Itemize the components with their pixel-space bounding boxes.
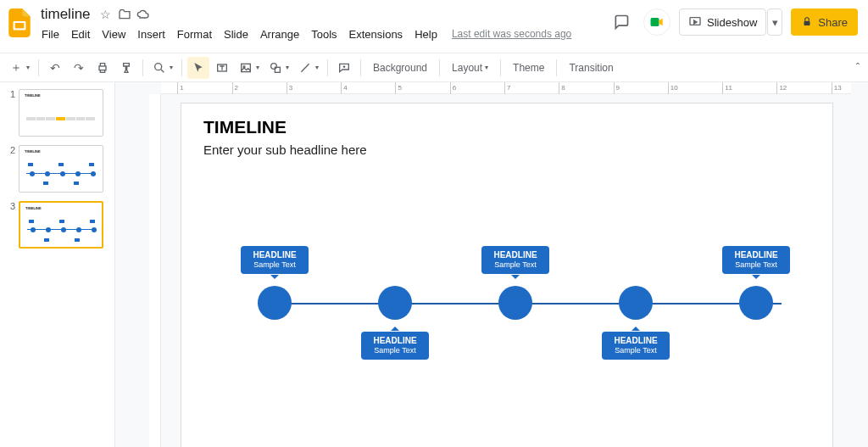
svg-point-6 bbox=[155, 63, 162, 70]
menu-arrange[interactable]: Arrange bbox=[256, 26, 303, 42]
zoom-button[interactable] bbox=[148, 57, 170, 79]
paint-format-button[interactable] bbox=[115, 57, 137, 79]
timeline-bubble[interactable]: HEADLINESample Text bbox=[722, 246, 790, 274]
doc-title[interactable]: timeline bbox=[37, 4, 94, 25]
menu-file[interactable]: File bbox=[37, 26, 64, 42]
ruler-tick: 5 bbox=[395, 82, 401, 94]
star-icon[interactable]: ☆ bbox=[99, 8, 113, 21]
timeline-node[interactable] bbox=[619, 286, 653, 320]
ruler-tick: 6 bbox=[450, 82, 456, 94]
menu-edit[interactable]: Edit bbox=[67, 26, 94, 42]
main-area: 1TIMELINE2TIMELINE3TIMELINE 123456789101… bbox=[0, 82, 868, 447]
line-button[interactable] bbox=[294, 57, 316, 79]
timeline-node[interactable] bbox=[378, 286, 412, 320]
separator bbox=[360, 59, 361, 76]
background-button[interactable]: Background bbox=[366, 59, 434, 77]
svg-point-10 bbox=[271, 63, 277, 69]
svg-rect-1 bbox=[15, 23, 25, 28]
filmstrip-number: 2 bbox=[7, 145, 15, 155]
filmstrip-slide-2[interactable]: 2TIMELINE bbox=[7, 145, 114, 193]
filmstrip-slide-1[interactable]: 1TIMELINE bbox=[7, 89, 114, 137]
bubble-subtext: Sample Text bbox=[726, 260, 787, 270]
new-slide-caret[interactable]: ▾ bbox=[26, 64, 33, 71]
image-caret[interactable]: ▾ bbox=[256, 64, 263, 71]
canvas-area: 12345678910111213 TIMELINE Enter your su… bbox=[114, 82, 868, 447]
transition-button[interactable]: Transition bbox=[562, 59, 620, 77]
timeline-node[interactable] bbox=[739, 286, 773, 320]
zoom-caret[interactable]: ▾ bbox=[170, 64, 176, 71]
ruler-tick: 1 bbox=[177, 82, 183, 94]
timeline-node[interactable] bbox=[258, 286, 292, 320]
slides-logo-icon[interactable] bbox=[8, 8, 31, 37]
share-button[interactable]: Share bbox=[791, 8, 858, 36]
menu-format[interactable]: Format bbox=[173, 26, 216, 42]
filmstrip-number: 1 bbox=[7, 89, 15, 99]
bubble-subtext: Sample Text bbox=[244, 260, 305, 270]
timeline-bubble[interactable]: HEADLINESample Text bbox=[602, 332, 670, 360]
menu-help[interactable]: Help bbox=[410, 26, 442, 42]
bubble-subtext: Sample Text bbox=[605, 346, 666, 355]
ruler-tick: 7 bbox=[504, 82, 510, 94]
new-slide-button[interactable]: ＋ bbox=[5, 57, 27, 79]
svg-rect-5 bbox=[99, 66, 106, 70]
menu-extensions[interactable]: Extensions bbox=[345, 26, 408, 42]
bubble-headline: HEADLINE bbox=[605, 336, 666, 346]
slide-canvas[interactable]: TIMELINE Enter your sub headline here HE… bbox=[181, 103, 833, 447]
timeline-bubble[interactable]: HEADLINESample Text bbox=[241, 246, 309, 274]
comment-button[interactable] bbox=[333, 57, 355, 79]
svg-rect-4 bbox=[804, 21, 810, 25]
filmstrip-thumb[interactable]: TIMELINE bbox=[19, 201, 103, 249]
vertical-ruler bbox=[149, 94, 161, 447]
ruler-tick: 4 bbox=[341, 82, 347, 94]
undo-button[interactable]: ↶ bbox=[44, 57, 66, 79]
doc-area: timeline ☆ FileEditViewInsertFormatSlide… bbox=[37, 5, 571, 42]
separator bbox=[439, 59, 440, 76]
select-tool-button[interactable] bbox=[187, 57, 209, 79]
image-button[interactable] bbox=[235, 57, 257, 79]
cloud-status-icon[interactable] bbox=[136, 8, 150, 21]
filmstrip-number: 3 bbox=[7, 201, 15, 211]
toolbar: ＋▾ ↶ ↷ ▾ ▾ ▾ ▾ Background Layout▾ Theme … bbox=[0, 53, 868, 82]
ruler-tick: 8 bbox=[559, 82, 565, 94]
slide-subtitle[interactable]: Enter your sub headline here bbox=[203, 142, 810, 157]
timeline-graphic[interactable]: HEADLINESample TextHEADLINESample TextHE… bbox=[258, 286, 773, 320]
timeline-bubble[interactable]: HEADLINESample Text bbox=[481, 246, 549, 274]
slide-title[interactable]: TIMELINE bbox=[203, 117, 810, 137]
menu-bar: FileEditViewInsertFormatSlideArrangeTool… bbox=[37, 26, 571, 42]
bubble-subtext: Sample Text bbox=[364, 346, 426, 355]
ruler-tick: 3 bbox=[287, 82, 292, 94]
ruler-tick: 10 bbox=[668, 82, 678, 94]
menu-insert[interactable]: Insert bbox=[133, 26, 170, 42]
bubble-subtext: Sample Text bbox=[485, 260, 546, 270]
filmstrip-thumb[interactable]: TIMELINE bbox=[19, 145, 103, 193]
separator bbox=[38, 59, 39, 76]
meet-icon[interactable] bbox=[643, 8, 670, 36]
shape-caret[interactable]: ▾ bbox=[286, 64, 292, 71]
theme-button[interactable]: Theme bbox=[506, 59, 551, 77]
separator bbox=[142, 59, 143, 76]
menu-slide[interactable]: Slide bbox=[220, 26, 253, 42]
slideshow-label: Slideshow bbox=[707, 16, 757, 29]
last-edit-link[interactable]: Last edit was seconds ago bbox=[452, 28, 571, 40]
print-button[interactable] bbox=[92, 57, 114, 79]
layout-button[interactable]: Layout▾ bbox=[445, 59, 495, 77]
move-icon[interactable] bbox=[118, 8, 131, 21]
timeline-node[interactable] bbox=[498, 286, 532, 320]
filmstrip-slide-3[interactable]: 3TIMELINE bbox=[7, 201, 114, 249]
bubble-headline: HEADLINE bbox=[485, 250, 546, 260]
separator bbox=[556, 59, 557, 76]
menu-view[interactable]: View bbox=[97, 26, 130, 42]
menu-tools[interactable]: Tools bbox=[307, 26, 341, 42]
ruler-tick: 12 bbox=[776, 82, 787, 94]
line-caret[interactable]: ▾ bbox=[315, 64, 322, 71]
filmstrip-thumb[interactable]: TIMELINE bbox=[19, 89, 103, 137]
slideshow-caret[interactable]: ▾ bbox=[767, 8, 782, 36]
redo-button[interactable]: ↷ bbox=[68, 57, 90, 79]
collapse-toolbar-icon[interactable]: ˆ bbox=[856, 61, 860, 74]
comments-icon[interactable] bbox=[608, 8, 635, 36]
timeline-bubble[interactable]: HEADLINESample Text bbox=[361, 332, 429, 360]
shape-button[interactable] bbox=[264, 57, 287, 79]
textbox-button[interactable] bbox=[211, 57, 233, 79]
slideshow-button[interactable]: Slideshow bbox=[679, 8, 766, 36]
ruler-tick: 9 bbox=[614, 82, 620, 94]
